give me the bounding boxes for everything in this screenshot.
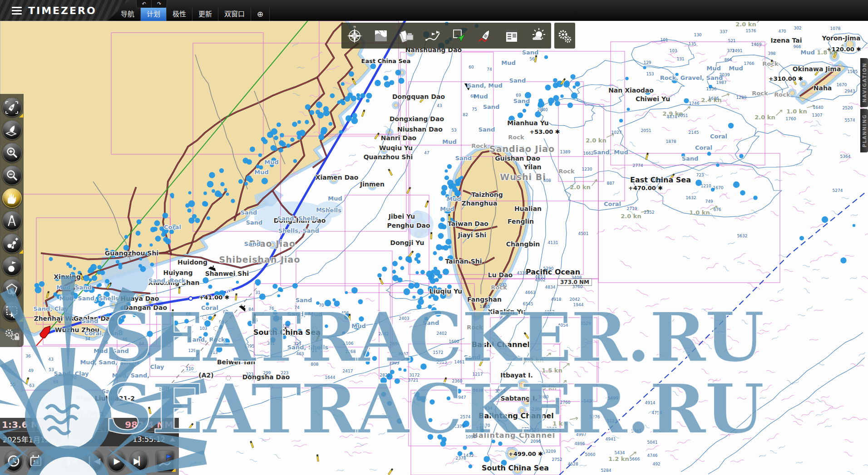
waypoint-flag-button[interactable] <box>2 256 22 276</box>
step-back-button[interactable]: ▏◀ <box>85 451 103 471</box>
zone-select-button[interactable] <box>2 302 22 321</box>
chart-view-icon[interactable] <box>370 24 392 47</box>
menu-icon[interactable] <box>12 7 22 15</box>
tab-1[interactable]: 计划 <box>141 8 167 21</box>
settings-lock-button[interactable] <box>1 325 22 344</box>
replay-controls: 14▌◀▏◀▶▶▏ <box>0 447 179 475</box>
weather-icon[interactable] <box>527 24 549 47</box>
status-panel: 1:3.6 M 982.4 NM 2025年1月12日 星期日 13:55:12… <box>0 418 179 475</box>
tab-2[interactable]: 极性 <box>167 8 192 21</box>
tab-planning[interactable]: PLANNING <box>860 109 868 152</box>
undo-redo-group: ↶ ↷ <box>136 0 167 8</box>
panel-time: 13:55:12 <box>133 435 165 444</box>
settings-gears-icon[interactable] <box>554 23 575 49</box>
center-vessel-button[interactable] <box>2 98 22 117</box>
time-up-arrow-icon[interactable] <box>170 437 175 441</box>
target-go-icon[interactable] <box>448 24 471 47</box>
time-button[interactable] <box>5 451 23 471</box>
publications-icon[interactable] <box>395 24 418 47</box>
panel-date: 2025年1月12日 星期日 <box>3 434 81 445</box>
area-polygon-button[interactable] <box>2 279 22 299</box>
chart-plotter-app: Nanshuang DaoEast China SeaDongquan DaoD… <box>0 0 868 475</box>
jump-start-button[interactable]: ▌◀ <box>63 451 81 471</box>
undo-button[interactable]: ↶ <box>137 0 152 8</box>
tab-0[interactable]: 导航 <box>115 8 141 21</box>
route-simulate-button[interactable] <box>156 451 174 471</box>
zoom-in-button[interactable] <box>2 143 22 162</box>
tab-new-workspace[interactable]: ⊕ <box>251 8 270 21</box>
app-logo: TIMEZERO <box>0 0 129 21</box>
divider-button[interactable] <box>2 211 22 230</box>
nautical-chart[interactable] <box>0 0 868 475</box>
tab-4[interactable]: 双窗口 <box>218 8 251 21</box>
calendar-button[interactable]: 14 <box>27 451 45 471</box>
zoom-out-button[interactable] <box>2 166 22 185</box>
step-forward-button[interactable]: ▶▏ <box>130 451 148 471</box>
app-title: TIMEZERO <box>28 5 97 16</box>
chart-scale: 1:3.6 M <box>2 419 40 430</box>
top-menu-bar: TIMEZERO ↶ ↷ 导航计划极性更新双窗口⊕ <box>0 0 868 21</box>
tab-3[interactable]: 更新 <box>192 8 218 21</box>
vessel-3d-button[interactable] <box>2 120 22 140</box>
route-create-icon[interactable] <box>422 24 444 47</box>
redo-button[interactable]: ↷ <box>152 0 167 8</box>
play-button[interactable]: ▶ <box>108 451 126 471</box>
tab-navigation[interactable]: NAVIGATION <box>860 58 868 107</box>
floating-toolbar: N <box>341 23 551 49</box>
route-distance: 982.4 NM <box>125 419 173 430</box>
left-toolbar <box>0 94 24 347</box>
compass-rose-icon[interactable]: N <box>343 24 366 47</box>
marks-button[interactable] <box>2 234 22 253</box>
boat-route-icon[interactable] <box>474 24 497 47</box>
workspace-tabs: 导航计划极性更新双窗口⊕ <box>115 8 270 21</box>
svg-text:N: N <box>353 26 355 29</box>
pan-hand-button[interactable] <box>2 188 22 208</box>
lists-icon[interactable] <box>500 24 523 47</box>
svg-text:14: 14 <box>33 460 39 465</box>
